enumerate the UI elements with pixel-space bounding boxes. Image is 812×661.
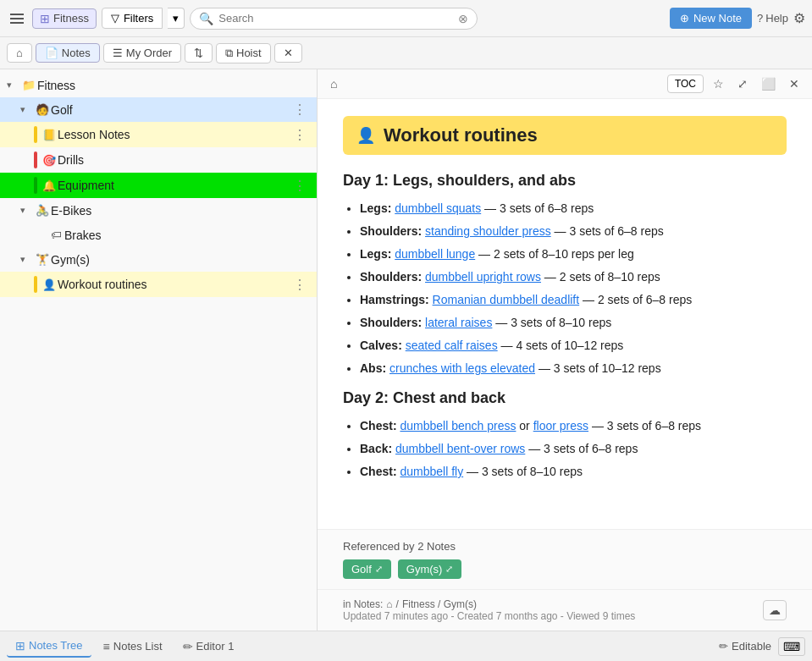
bike-icon: 🚴 bbox=[34, 204, 51, 217]
help-button[interactable]: ? Help bbox=[757, 12, 788, 25]
more-icon[interactable]: ⋮ bbox=[290, 178, 310, 194]
top-toolbar: ⊞ Fitness ▽ Filters ▾ 🔍 ⊗ ⊕ New Note ? H… bbox=[0, 0, 812, 37]
tree-item-lesson-notes[interactable]: 📒 Lesson Notes ⋮ bbox=[0, 122, 317, 147]
color-indicator bbox=[34, 151, 37, 168]
notes-button[interactable]: 📄 Notes bbox=[36, 43, 100, 63]
sort-icon: ⇅ bbox=[194, 47, 203, 59]
color-indicator bbox=[34, 126, 37, 143]
list-item: Hamstrings: Romanian dumbbell deadlift —… bbox=[360, 291, 787, 309]
day1-heading: Day 1: Legs, shoulders, and abs bbox=[343, 172, 787, 190]
chevron-down-icon: ▾ bbox=[20, 104, 34, 115]
list-item: Legs: dumbbell squats — 3 sets of 6–8 re… bbox=[360, 200, 787, 218]
home-content-button[interactable]: ⌂ bbox=[326, 74, 341, 93]
sidebar: ▾ 📁 Fitness ⋮ ▾ 🧑 Golf ⋮ 📒 Lesson Notes … bbox=[0, 69, 318, 631]
sort-button[interactable]: ⇅ bbox=[185, 43, 213, 63]
tree-item-fitness[interactable]: ▾ 📁 Fitness ⋮ bbox=[0, 73, 317, 97]
target-icon: 🎯 bbox=[41, 154, 58, 167]
meta-updated: Updated 7 minutes ago - Created 7 months… bbox=[343, 610, 635, 622]
star-button[interactable]: ☆ bbox=[709, 74, 728, 93]
list-item: Shoulders: standing shoulder press — 3 s… bbox=[360, 223, 787, 240]
color-indicator bbox=[34, 276, 37, 293]
day2-heading: Day 2: Chest and back bbox=[343, 389, 787, 407]
day1-list: Legs: dumbbell squats — 3 sets of 6–8 re… bbox=[360, 200, 787, 377]
app-tag-label: Fitness bbox=[53, 12, 89, 25]
list-item: Chest: dumbbell fly — 3 sets of 8–10 rep… bbox=[360, 463, 787, 481]
search-clear-icon[interactable]: ⊗ bbox=[458, 12, 468, 25]
search-icon: 🔍 bbox=[199, 12, 213, 25]
note-meta: in Notes: ⌂ / Fitness / Gym(s) Updated 7… bbox=[318, 589, 812, 631]
list-item: Chest: dumbbell bench press or floor pre… bbox=[360, 417, 787, 435]
tree-item-brakes[interactable]: 🏷 Brakes ⋮ bbox=[0, 223, 317, 247]
editable-toggle[interactable]: ✏ Editable bbox=[719, 640, 771, 653]
edit-icon: ✏ bbox=[183, 640, 193, 653]
app-tag[interactable]: ⊞ Fitness bbox=[32, 8, 97, 29]
chevron-down-icon: ▾ bbox=[20, 254, 34, 265]
my-order-button[interactable]: ☰ My Order bbox=[103, 43, 181, 63]
menu-button[interactable] bbox=[7, 10, 27, 27]
tag-icon: 🏷 bbox=[47, 229, 64, 241]
content-area: ⌂ TOC ☆ ⤢ ⬜ ✕ 👤 Workout routines Day 1: … bbox=[318, 69, 812, 631]
filter-icon: ▽ bbox=[111, 12, 119, 25]
second-toolbar: ⌂ 📄 Notes ☰ My Order ⇅ ⧉ Hoist ✕ bbox=[0, 37, 812, 69]
referenced-section: Referenced by 2 Notes Golf ⤢ Gym(s) ⤢ bbox=[318, 529, 812, 589]
notes-list-tab[interactable]: ≡ Notes List bbox=[95, 636, 171, 657]
list-item: Legs: dumbbell lunge — 2 sets of 8–10 re… bbox=[360, 245, 787, 263]
person-note-icon: 👤 bbox=[356, 126, 375, 145]
main-layout: ▾ 📁 Fitness ⋮ ▾ 🧑 Golf ⋮ 📒 Lesson Notes … bbox=[0, 69, 812, 631]
close-icon: ✕ bbox=[284, 47, 293, 59]
more-icon[interactable]: ⋮ bbox=[290, 102, 310, 118]
filter-dropdown-button[interactable]: ▾ bbox=[168, 8, 185, 29]
keyboard-button[interactable]: ⌨ bbox=[778, 637, 805, 656]
tree-item-golf[interactable]: ▾ 🧑 Golf ⋮ bbox=[0, 97, 317, 122]
close-panel-button[interactable]: ✕ bbox=[274, 43, 302, 63]
bottom-bar: ⊞ Notes Tree ≡ Notes List ✏ Editor 1 ✏ E… bbox=[0, 631, 812, 661]
chevron-down-icon: ▾ bbox=[7, 80, 20, 91]
person-icon: 👤 bbox=[41, 278, 58, 291]
note-title: Workout routines bbox=[384, 124, 538, 146]
grid-icon: ⊞ bbox=[40, 12, 50, 25]
note-title-bar: 👤 Workout routines bbox=[343, 116, 787, 155]
hoist-button[interactable]: ⧉ Hoist bbox=[216, 43, 271, 63]
tree-item-equipment[interactable]: 🔔 Equipment ⋮ bbox=[0, 173, 317, 198]
meta-path: in Notes: ⌂ / Fitness / Gym(s) bbox=[343, 598, 635, 610]
editor-tab[interactable]: ✏ Editor 1 bbox=[174, 636, 243, 657]
new-note-button[interactable]: ⊕ New Note bbox=[670, 8, 752, 29]
filters-button[interactable]: ▽ Filters bbox=[102, 8, 163, 29]
tree-item-gyms[interactable]: ▾ 🏋 Gym(s) ⋮ bbox=[0, 247, 317, 272]
toc-button[interactable]: TOC bbox=[667, 74, 704, 93]
content-toolbar: ⌂ TOC ☆ ⤢ ⬜ ✕ bbox=[318, 69, 812, 99]
tree-item-drills[interactable]: 🎯 Drills ⋮ bbox=[0, 147, 317, 173]
more-icon[interactable]: ⋮ bbox=[290, 127, 310, 143]
settings-button[interactable]: ⚙ bbox=[793, 10, 805, 26]
tree-icon: ⊞ bbox=[15, 639, 25, 653]
close-note-button[interactable]: ✕ bbox=[785, 74, 804, 93]
list-icon: ≡ bbox=[103, 640, 110, 653]
question-icon: ? bbox=[757, 12, 763, 25]
split-button[interactable]: ⬜ bbox=[757, 74, 780, 93]
pencil-icon: ✏ bbox=[719, 640, 728, 653]
note-content: 👤 Workout routines Day 1: Legs, shoulder… bbox=[318, 99, 812, 529]
list-item: Shoulders: lateral raises — 3 sets of 8–… bbox=[360, 314, 787, 332]
list-item: Abs: crunches with legs elevated — 3 set… bbox=[360, 360, 787, 377]
hoist-icon: ⧉ bbox=[225, 47, 233, 60]
list-item: Back: dumbbell bent-over rows — 3 sets o… bbox=[360, 440, 787, 458]
person-icon: 🧑 bbox=[34, 103, 51, 116]
sync-button[interactable]: ☁ bbox=[763, 600, 787, 620]
tree-item-workout-routines[interactable]: 👤 Workout routines ⋮ bbox=[0, 272, 317, 297]
sidebar-content: ▾ 📁 Fitness ⋮ ▾ 🧑 Golf ⋮ 📒 Lesson Notes … bbox=[0, 69, 317, 631]
home-button[interactable]: ⌂ bbox=[7, 43, 32, 63]
search-input[interactable] bbox=[218, 12, 453, 25]
gyms-ref-tag[interactable]: Gym(s) ⤢ bbox=[398, 559, 462, 579]
color-indicator bbox=[34, 177, 37, 194]
expand-button[interactable]: ⤢ bbox=[733, 74, 752, 93]
bell-icon: 🔔 bbox=[41, 179, 58, 192]
golf-ref-tag[interactable]: Golf ⤢ bbox=[343, 559, 391, 579]
tree-item-ebikes[interactable]: ▾ 🚴 E-Bikes ⋮ bbox=[0, 198, 317, 223]
ref-tags: Golf ⤢ Gym(s) ⤢ bbox=[343, 559, 787, 579]
chevron-down-icon: ▾ bbox=[20, 205, 34, 216]
gym-icon: 🏋 bbox=[34, 253, 51, 266]
external-link-icon: ⤢ bbox=[445, 564, 453, 575]
more-icon[interactable]: ⋮ bbox=[290, 277, 310, 293]
list-item: Shoulders: dumbbell upright rows — 2 set… bbox=[360, 268, 787, 286]
notes-tree-tab[interactable]: ⊞ Notes Tree bbox=[7, 636, 91, 658]
